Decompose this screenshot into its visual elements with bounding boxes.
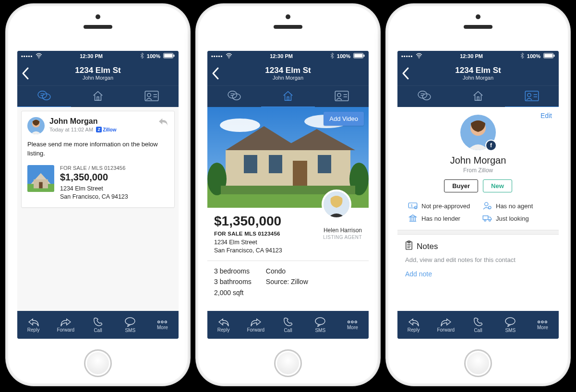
header-subtitle: John Morgan	[207, 75, 369, 81]
segment-tabs	[397, 85, 559, 107]
more-button[interactable]: More	[146, 311, 179, 339]
signal-dots-icon: •••••	[211, 53, 223, 59]
svg-point-10	[147, 93, 151, 96]
bluetooth-icon	[520, 53, 524, 59]
listing-hero-photo[interactable]: Add Video	[207, 107, 369, 208]
listing-details: Helen Harrison LISTING AGENT $1,350,000 …	[207, 208, 369, 298]
tab-listing[interactable]	[261, 85, 315, 108]
tab-contact[interactable]	[505, 85, 559, 108]
svg-rect-3	[173, 55, 174, 57]
home-button[interactable]	[84, 349, 112, 377]
svg-point-21	[161, 321, 163, 322]
phone-sensor	[96, 14, 100, 19]
svg-rect-44	[269, 155, 282, 173]
forward-button[interactable]: Forward	[240, 311, 272, 339]
sms-button[interactable]: SMS	[304, 311, 336, 339]
spec-bathrooms: 3 bathrooms	[214, 276, 252, 287]
svg-rect-46	[293, 161, 307, 189]
listing-attachment[interactable]: FOR SALE / MLS 0123456 $1,350,000 1234 E…	[27, 165, 168, 201]
header-title: 1234 Elm St	[397, 66, 559, 75]
tab-chat[interactable]	[207, 85, 261, 108]
phone-sensor	[286, 14, 290, 19]
new-pill[interactable]: New	[483, 179, 512, 192]
buyer-pill[interactable]: Buyer	[444, 179, 478, 192]
notes-subtitle: Add, view and edit notes for this contac…	[405, 256, 551, 263]
tab-chat[interactable]	[397, 85, 451, 108]
bank-icon	[408, 214, 418, 222]
sms-button[interactable]: SMS	[494, 311, 527, 339]
status-agent[interactable]: Has no agent	[482, 202, 548, 210]
truck-icon	[482, 214, 492, 222]
tab-contact[interactable]	[315, 85, 369, 108]
reply-button[interactable]: Reply	[207, 311, 240, 339]
tab-chat[interactable]	[17, 85, 71, 108]
svg-rect-31	[287, 96, 289, 100]
svg-rect-26	[363, 55, 364, 57]
home-button[interactable]	[274, 349, 302, 377]
call-button[interactable]: Call	[82, 311, 114, 339]
status-looking[interactable]: Just looking	[482, 214, 548, 222]
svg-point-5	[42, 94, 50, 100]
contact-status-grid: $ Not pre-approved Has no agent Has no l…	[397, 200, 559, 230]
svg-point-56	[419, 58, 420, 59]
wifi-icon	[36, 53, 42, 59]
screen-3: ••••• 12:30 PM 100% 1234 Elm St John Mor…	[397, 51, 559, 339]
status-time: 12:30 PM	[460, 53, 483, 59]
svg-rect-64	[477, 96, 479, 100]
edit-button[interactable]: Edit	[540, 112, 552, 119]
status-time: 12:30 PM	[80, 53, 103, 59]
call-button[interactable]: Call	[462, 311, 494, 339]
screen-1: ••••• 12:30 PM 100% 1234 Elm	[17, 51, 179, 339]
sender-avatar[interactable]	[27, 117, 45, 134]
forward-button[interactable]: Forward	[49, 311, 82, 339]
svg-point-89	[505, 317, 515, 324]
segment-tabs	[17, 85, 179, 107]
svg-point-90	[538, 321, 540, 322]
svg-rect-25	[354, 54, 363, 57]
agent-avatar[interactable]	[322, 190, 351, 219]
svg-rect-71	[408, 203, 417, 208]
svg-rect-2	[164, 54, 173, 57]
more-button[interactable]: More	[527, 311, 559, 339]
call-button[interactable]: Call	[272, 311, 304, 339]
spec-sqft: 2,000 sqft	[214, 287, 252, 298]
tab-contact[interactable]	[125, 85, 179, 108]
status-preapproval[interactable]: $ Not pre-approved	[408, 202, 474, 210]
svg-point-75	[489, 206, 491, 209]
add-note-button[interactable]: Add note	[405, 270, 432, 278]
sms-button[interactable]: SMS	[114, 311, 146, 339]
tab-listing[interactable]	[451, 85, 505, 108]
notes-section: Notes Add, view and edit notes for this …	[397, 235, 559, 284]
status-lender[interactable]: Has no lender	[408, 214, 474, 222]
svg-point-91	[541, 321, 543, 322]
money-card-icon: $	[408, 202, 418, 210]
signal-dots-icon: •••••	[401, 53, 413, 59]
svg-rect-45	[318, 155, 331, 173]
tab-listing[interactable]	[71, 85, 125, 108]
reply-button[interactable]: Reply	[397, 311, 430, 339]
clipboard-icon	[405, 240, 413, 252]
svg-point-53	[348, 321, 350, 322]
reply-button[interactable]: Reply	[17, 311, 49, 339]
battery-percent: 100%	[147, 53, 160, 59]
svg-rect-58	[544, 54, 553, 57]
agent-role: LISTING AGENT	[323, 235, 362, 240]
svg-point-33	[337, 93, 341, 96]
listing-sale-line: FOR SALE / MLS 0123456	[60, 165, 128, 171]
bottom-toolbar: Reply Forward Call SMS More	[397, 311, 559, 339]
header-subtitle: John Morgan	[17, 75, 179, 81]
reply-arrow-icon[interactable]	[158, 117, 168, 128]
header-title: 1234 Elm St	[17, 66, 179, 75]
svg-point-83	[489, 220, 491, 222]
header-subtitle: John Morgan	[397, 75, 559, 81]
phone-earpiece	[274, 25, 302, 29]
header-title: 1234 Elm St	[207, 66, 369, 75]
add-video-button[interactable]: Add Video	[324, 112, 364, 126]
listing-addr2: San Francisco, CA 94123	[60, 193, 128, 201]
home-button[interactable]	[464, 349, 492, 377]
more-button[interactable]: More	[336, 311, 369, 339]
svg-point-20	[158, 321, 160, 322]
svg-point-23	[228, 58, 229, 59]
svg-point-82	[484, 220, 486, 222]
forward-button[interactable]: Forward	[430, 311, 462, 339]
